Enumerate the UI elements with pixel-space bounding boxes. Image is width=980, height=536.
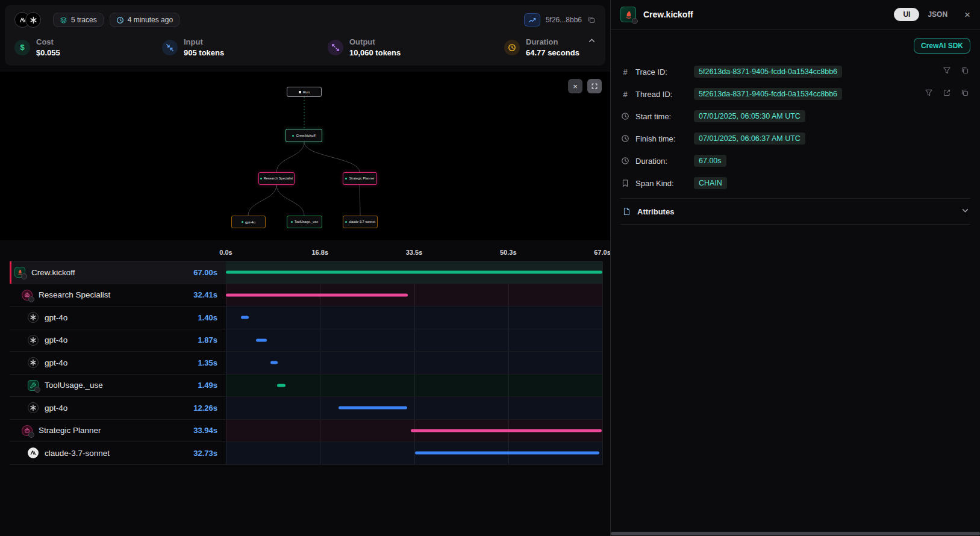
span-bar[interactable] bbox=[270, 361, 278, 364]
filter-button[interactable] bbox=[925, 89, 933, 99]
graph-node-label: Research Specialist bbox=[264, 177, 293, 181]
openai-icon bbox=[28, 335, 39, 346]
field-label: Finish time: bbox=[635, 134, 688, 143]
traces-count-badge[interactable]: 5 traces bbox=[53, 13, 104, 27]
span-bar[interactable] bbox=[241, 316, 249, 319]
integration-badge bbox=[632, 18, 638, 24]
graph-node-label: Run bbox=[303, 90, 310, 94]
span-label: gpt-4o1.87s bbox=[10, 329, 226, 352]
span-row[interactable]: gpt-4o12.26s bbox=[10, 397, 602, 420]
span-track bbox=[226, 261, 602, 284]
detail-field-row: #Trace ID:5f2613da-8371-9405-fcdd-0a1534… bbox=[620, 64, 970, 79]
field-value: 5f2613da-8371-9405-fcdd-0a1534cc8bb6 bbox=[694, 88, 842, 100]
axis-tick: 16.8s bbox=[311, 249, 328, 256]
span-row[interactable]: gpt-4o1.87s bbox=[10, 329, 602, 352]
open-in-new-button[interactable] bbox=[943, 89, 951, 99]
trace-metrics-button[interactable] bbox=[524, 13, 540, 26]
filter-button[interactable] bbox=[943, 66, 951, 77]
span-duration: 1.40s bbox=[198, 313, 226, 322]
span-track bbox=[226, 284, 602, 307]
close-detail-button[interactable]: × bbox=[964, 10, 970, 20]
bookmark-icon bbox=[620, 179, 630, 187]
graph-edges bbox=[0, 72, 610, 240]
copy-trace-id-button[interactable] bbox=[587, 16, 596, 24]
span-row[interactable]: gpt-4o1.35s bbox=[10, 352, 602, 375]
span-row[interactable]: claude-3.7-sonnet32.73s bbox=[10, 442, 602, 465]
span-track bbox=[226, 329, 602, 352]
tab-ui[interactable]: UI bbox=[894, 8, 919, 21]
copy-button[interactable] bbox=[961, 66, 969, 77]
copy-button[interactable] bbox=[961, 89, 969, 99]
anthropic-icon bbox=[28, 447, 39, 458]
span-track bbox=[226, 375, 602, 397]
graph-node-crew-kickoff[interactable]: Crew.kickoff bbox=[286, 129, 322, 142]
openai-avatar-icon bbox=[25, 12, 41, 28]
input-label: Input bbox=[184, 37, 224, 46]
file-icon bbox=[622, 207, 631, 216]
integration-badge bbox=[28, 432, 34, 438]
time-axis: 0.0s 16.8s 33.5s 50.3s 67.0s bbox=[226, 249, 602, 261]
input-value: 905 tokens bbox=[184, 48, 224, 57]
clock-icon bbox=[504, 40, 520, 55]
span-duration: 1.87s bbox=[198, 335, 226, 344]
span-bar[interactable] bbox=[226, 271, 602, 274]
trace-graph-panel: Run Crew.kickoff Research Specialist Str… bbox=[0, 72, 610, 240]
span-label: ToolUsage._use1.49s bbox=[10, 375, 226, 397]
graph-node-research-specialist[interactable]: Research Specialist bbox=[258, 172, 295, 185]
span-bar[interactable] bbox=[226, 293, 408, 296]
input-tokens-icon bbox=[162, 40, 178, 55]
graph-node-run[interactable]: Run bbox=[287, 87, 322, 97]
duration-label: Duration bbox=[526, 37, 579, 46]
agent-icon bbox=[22, 290, 33, 301]
span-label: Research Specialist32.41s bbox=[10, 284, 226, 307]
field-label: Duration: bbox=[635, 157, 688, 166]
span-name: gpt-4o bbox=[45, 335, 67, 344]
axis-tick: 33.5s bbox=[406, 249, 423, 256]
detail-fields: #Trace ID:5f2613da-8371-9405-fcdd-0a1534… bbox=[620, 64, 970, 190]
duration-value: 64.77 seconds bbox=[526, 48, 579, 57]
stat-cost: $ Cost$0.055 bbox=[14, 37, 162, 57]
graph-node-gpt-4o[interactable]: gpt-4o bbox=[231, 216, 266, 228]
span-label: Strategic Planner33.94s bbox=[10, 420, 226, 442]
chevron-down-icon[interactable] bbox=[961, 206, 969, 217]
clock-icon bbox=[620, 157, 630, 165]
hash-icon: # bbox=[620, 90, 630, 99]
openai-icon bbox=[28, 402, 39, 413]
span-row[interactable]: Strategic Planner33.94s bbox=[10, 420, 602, 443]
expand-graph-button[interactable] bbox=[587, 79, 602, 93]
copy-icon bbox=[961, 66, 969, 77]
run-icon bbox=[299, 91, 301, 93]
graph-node-label: Crew.kickoff bbox=[296, 134, 315, 137]
stat-input: Input905 tokens bbox=[162, 37, 328, 57]
close-graph-button[interactable]: × bbox=[568, 79, 582, 93]
span-name: gpt-4o bbox=[45, 404, 67, 413]
span-name: Strategic Planner bbox=[39, 426, 101, 435]
span-bar[interactable] bbox=[415, 452, 599, 455]
model-avatars bbox=[14, 12, 41, 28]
span-row[interactable]: ToolUsage._use1.49s bbox=[10, 375, 602, 397]
span-row[interactable]: gpt-4o1.40s bbox=[10, 307, 602, 329]
tab-json[interactable]: JSON bbox=[922, 8, 953, 21]
attributes-label: Attributes bbox=[637, 207, 674, 216]
span-bar[interactable] bbox=[277, 384, 286, 387]
span-duration: 1.35s bbox=[198, 358, 226, 367]
span-bar[interactable] bbox=[256, 338, 266, 341]
sdk-badge: CrewAI SDK bbox=[914, 38, 970, 54]
span-bar[interactable] bbox=[411, 429, 602, 432]
span-name: gpt-4o bbox=[45, 313, 67, 322]
expand-icon bbox=[591, 83, 598, 90]
span-row[interactable]: Research Specialist32.41s bbox=[10, 284, 602, 307]
attributes-toggle[interactable]: Attributes bbox=[620, 198, 970, 225]
status-dot bbox=[292, 135, 294, 137]
graph-node-strategic-planner[interactable]: Strategic Planner bbox=[343, 172, 377, 185]
span-row[interactable]: Crew.kickoff67.00s bbox=[10, 261, 602, 284]
span-waterfall: 0.0s 16.8s 33.5s 50.3s 67.0s Crew.kickof… bbox=[0, 240, 610, 465]
horizontal-scrollbar[interactable] bbox=[611, 532, 980, 535]
span-duration: 32.73s bbox=[193, 449, 226, 458]
graph-node-toolusage[interactable]: ToolUsage._use bbox=[287, 216, 322, 228]
integration-badge bbox=[21, 273, 27, 279]
collapse-stats-button[interactable] bbox=[588, 36, 596, 47]
trace-id-area: 5f26...8bb6 bbox=[524, 13, 596, 26]
span-bar[interactable] bbox=[339, 407, 407, 410]
graph-node-claude[interactable]: claude-3.7-sonnet bbox=[343, 216, 378, 228]
